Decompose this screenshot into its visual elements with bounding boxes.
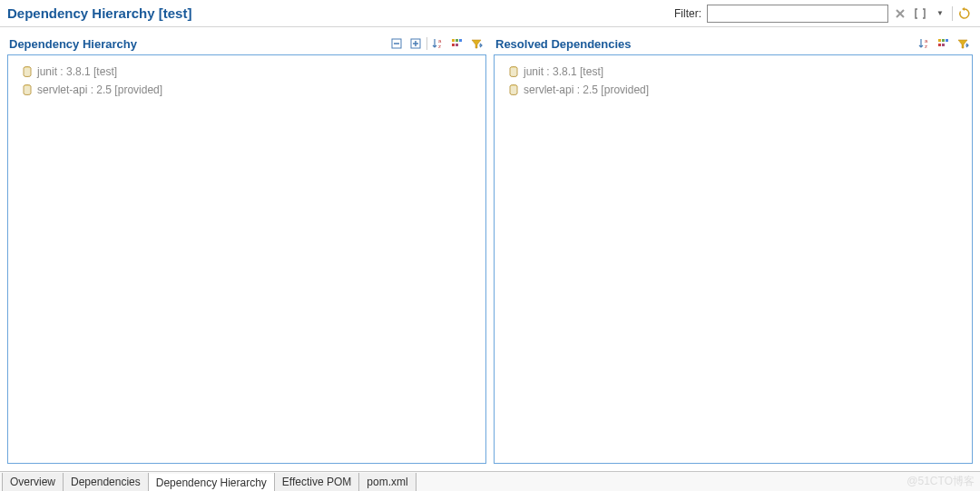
header-bar: Dependency Hierarchy [test] Filter: ▼ (0, 0, 980, 27)
filter-panel-button[interactable] (468, 35, 485, 52)
filter-arrow-icon (956, 37, 969, 50)
brackets-icon (914, 8, 926, 19)
list-item[interactable]: junit : 3.8.1 [test] (502, 63, 965, 81)
separator (952, 6, 953, 21)
filter-input[interactable] (707, 5, 888, 23)
tree-item[interactable]: junit : 3.8.1 [test] (15, 63, 478, 81)
sort-az-icon: az (918, 37, 931, 50)
chevron-down-icon: ▼ (936, 9, 944, 17)
separator (426, 37, 427, 50)
sort-az-icon: az (432, 37, 445, 50)
tree-item-label: junit : 3.8.1 [test] (37, 65, 117, 78)
svg-rect-17 (942, 39, 945, 42)
collapse-all-button[interactable] (388, 35, 405, 52)
expand-icon (410, 38, 421, 49)
tab-dependencies[interactable]: Dependencies (63, 473, 149, 491)
list-item[interactable]: servlet-api : 2.5 [provided] (502, 81, 965, 99)
jar-icon (507, 65, 520, 78)
hierarchy-panel-header: Dependency Hierarchy az (7, 33, 486, 54)
filter-arrow-icon (470, 37, 483, 50)
list-item-label: servlet-api : 2.5 [provided] (524, 83, 649, 96)
jar-icon (21, 65, 34, 78)
jar-icon (21, 83, 34, 96)
svg-rect-18 (946, 39, 948, 42)
svg-rect-8 (456, 39, 458, 42)
footer-tabs: Overview Dependencies Dependency Hierarc… (0, 471, 980, 491)
group-icon (451, 38, 464, 49)
refresh-icon (958, 7, 971, 20)
resolved-panel: Resolved Dependencies az junit : 3.8.1 [… (494, 33, 973, 464)
svg-rect-9 (459, 39, 462, 42)
svg-rect-19 (938, 44, 941, 46)
list-item-label: junit : 3.8.1 [test] (524, 65, 603, 78)
scope-dropdown-button[interactable]: ▼ (932, 5, 948, 22)
hierarchy-toolbar: az (388, 35, 485, 52)
hierarchy-panel-title: Dependency Hierarchy (9, 37, 137, 51)
scope-button[interactable] (912, 5, 928, 22)
resolved-panel-header: Resolved Dependencies az (494, 33, 973, 54)
refresh-button[interactable] (956, 5, 973, 22)
close-icon (895, 8, 906, 19)
resolved-list[interactable]: junit : 3.8.1 [test] servlet-api : 2.5 [… (494, 54, 973, 464)
collapse-icon (391, 38, 402, 49)
tree-item-label: servlet-api : 2.5 [provided] (37, 83, 162, 96)
tab-overview[interactable]: Overview (2, 473, 64, 491)
sort-button[interactable]: az (430, 35, 446, 52)
svg-rect-16 (938, 39, 941, 42)
tab-pom-xml[interactable]: pom.xml (358, 473, 416, 491)
svg-text:z: z (438, 44, 441, 49)
sort-button[interactable]: az (916, 35, 933, 52)
group-button[interactable] (449, 35, 466, 52)
svg-rect-10 (452, 44, 455, 46)
group-icon (937, 38, 950, 49)
group-button[interactable] (936, 35, 952, 52)
tree-item[interactable]: servlet-api : 2.5 [provided] (15, 81, 478, 99)
page-title: Dependency Hierarchy [test] (7, 5, 191, 21)
hierarchy-tree[interactable]: junit : 3.8.1 [test] servlet-api : 2.5 [… (7, 54, 486, 464)
clear-filter-button[interactable] (892, 5, 908, 22)
tab-dependency-hierarchy[interactable]: Dependency Hierarchy (148, 474, 275, 491)
tab-effective-pom[interactable]: Effective POM (274, 473, 359, 491)
svg-rect-7 (452, 39, 455, 42)
hierarchy-panel: Dependency Hierarchy az (7, 33, 486, 464)
content-area: Dependency Hierarchy az (0, 27, 980, 469)
header-controls: Filter: ▼ (674, 5, 973, 23)
filter-panel-button[interactable] (955, 35, 971, 52)
svg-rect-20 (942, 44, 945, 46)
svg-text:z: z (925, 44, 927, 49)
jar-icon (507, 83, 520, 96)
expand-all-button[interactable] (407, 35, 424, 52)
resolved-toolbar: az (916, 35, 971, 52)
svg-rect-11 (456, 44, 458, 46)
filter-label: Filter: (674, 7, 701, 20)
resolved-panel-title: Resolved Dependencies (495, 37, 632, 51)
